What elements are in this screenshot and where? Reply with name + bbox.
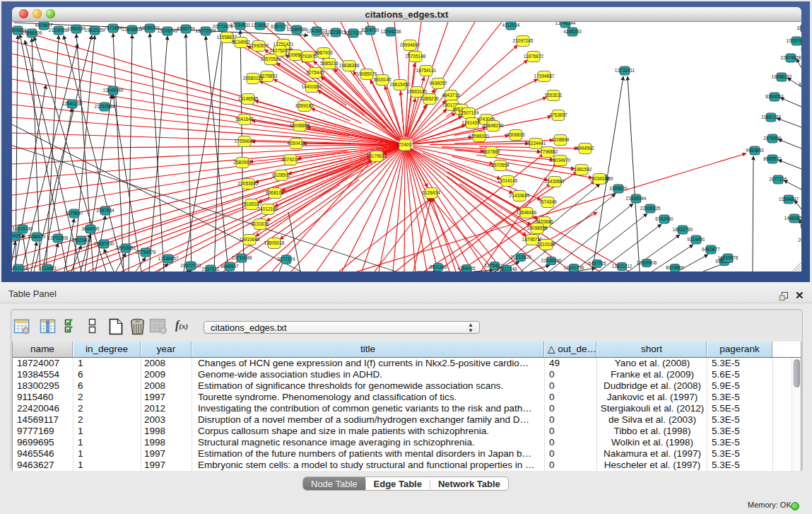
svg-text:10710248: 10710248 bbox=[232, 255, 252, 260]
svg-text:8811165: 8811165 bbox=[430, 264, 447, 269]
svg-text:13134457: 13134457 bbox=[158, 256, 179, 261]
svg-text:2537611: 2537611 bbox=[202, 267, 220, 271]
svg-text:17956909: 17956909 bbox=[22, 30, 42, 35]
svg-text:11584847: 11584847 bbox=[779, 197, 799, 201]
svg-text:9837869: 9837869 bbox=[482, 149, 500, 154]
svg-text:11558837: 11558837 bbox=[217, 35, 237, 40]
svg-text:13701506: 13701506 bbox=[48, 235, 69, 240]
svg-text:3333883: 3333883 bbox=[38, 266, 57, 271]
svg-text:19563180: 19563180 bbox=[407, 89, 428, 94]
svg-text:18754131: 18754131 bbox=[416, 68, 437, 73]
svg-text:1890399: 1890399 bbox=[67, 26, 86, 31]
svg-text:3395870: 3395870 bbox=[609, 186, 628, 191]
svg-text:13732411: 13732411 bbox=[615, 68, 635, 73]
svg-text:5641643: 5641643 bbox=[235, 117, 254, 122]
svg-text:13146585: 13146585 bbox=[238, 96, 259, 101]
svg-text:1385239: 1385239 bbox=[420, 96, 439, 101]
svg-text:4389045: 4389045 bbox=[457, 266, 476, 271]
svg-text:20031404: 20031404 bbox=[799, 238, 801, 243]
svg-text:18992829: 18992829 bbox=[12, 233, 26, 238]
svg-text:12416912: 12416912 bbox=[307, 28, 327, 33]
svg-text:20994697: 20994697 bbox=[400, 42, 420, 47]
svg-text:3220921: 3220921 bbox=[796, 25, 801, 30]
svg-text:6457765: 6457765 bbox=[588, 261, 606, 266]
svg-text:3131636: 3131636 bbox=[251, 221, 269, 226]
svg-text:16415740: 16415740 bbox=[13, 226, 33, 231]
svg-text:1724007: 1724007 bbox=[396, 142, 414, 147]
svg-text:1019189: 1019189 bbox=[537, 242, 555, 247]
svg-text:21439044: 21439044 bbox=[626, 196, 647, 201]
svg-text:8396759: 8396759 bbox=[177, 26, 195, 31]
svg-text:6368105: 6368105 bbox=[266, 190, 284, 195]
svg-text:21981592: 21981592 bbox=[572, 167, 592, 172]
svg-text:21097245: 21097245 bbox=[513, 38, 534, 43]
svg-text:13421212: 13421212 bbox=[612, 264, 632, 269]
svg-text:13910648: 13910648 bbox=[240, 237, 260, 242]
svg-text:2457954: 2457954 bbox=[96, 208, 114, 213]
svg-text:18034339: 18034339 bbox=[589, 176, 610, 181]
svg-text:1653531: 1653531 bbox=[544, 93, 563, 98]
svg-text:21012166: 21012166 bbox=[258, 206, 278, 211]
svg-text:14401657: 14401657 bbox=[302, 84, 322, 89]
svg-text:9887903: 9887903 bbox=[314, 50, 333, 55]
svg-text:8029889: 8029889 bbox=[666, 265, 684, 270]
svg-text:16510878: 16510878 bbox=[718, 255, 739, 260]
svg-text:11014145: 11014145 bbox=[498, 178, 518, 183]
svg-text:20580115: 20580115 bbox=[243, 76, 264, 81]
svg-text:8359183: 8359183 bbox=[295, 103, 314, 108]
svg-text:8134562: 8134562 bbox=[232, 40, 250, 45]
svg-text:13546466: 13546466 bbox=[517, 210, 537, 215]
svg-text:9214491: 9214491 bbox=[687, 237, 705, 242]
svg-text:18922760: 18922760 bbox=[673, 227, 693, 232]
svg-text:3644095: 3644095 bbox=[81, 226, 100, 231]
svg-text:19832259: 19832259 bbox=[85, 28, 105, 33]
svg-text:16072954: 16072954 bbox=[196, 28, 216, 33]
svg-text:12920906: 12920906 bbox=[637, 260, 657, 265]
svg-text:19688132: 19688132 bbox=[772, 74, 792, 79]
svg-text:12541238: 12541238 bbox=[62, 101, 83, 106]
svg-text:22507109: 22507109 bbox=[459, 110, 479, 115]
svg-text:3677374: 3677374 bbox=[277, 257, 295, 262]
svg-text:9275445: 9275445 bbox=[306, 70, 324, 75]
svg-text:22306335: 22306335 bbox=[640, 206, 661, 211]
svg-text:22053595: 22053595 bbox=[238, 181, 259, 186]
svg-text:18795716: 18795716 bbox=[522, 237, 543, 242]
svg-text:22093651: 22093651 bbox=[116, 245, 136, 250]
svg-text:17394887: 17394887 bbox=[534, 74, 555, 78]
svg-text:4245263: 4245263 bbox=[563, 29, 582, 34]
svg-text:13805018: 13805018 bbox=[264, 240, 285, 245]
svg-text:6742460: 6742460 bbox=[655, 216, 673, 221]
svg-text:21433649: 21433649 bbox=[510, 193, 530, 198]
svg-text:8369062: 8369062 bbox=[765, 94, 784, 99]
svg-text:13179613: 13179613 bbox=[367, 153, 387, 158]
svg-text:9875847: 9875847 bbox=[65, 211, 83, 216]
svg-text:2580963: 2580963 bbox=[233, 160, 252, 165]
svg-text:6306893: 6306893 bbox=[507, 132, 525, 137]
svg-text:16224441: 16224441 bbox=[526, 141, 546, 146]
svg-text:21754078: 21754078 bbox=[136, 250, 156, 255]
svg-text:19098556: 19098556 bbox=[527, 226, 548, 230]
svg-text:10837430: 10837430 bbox=[94, 241, 114, 246]
svg-text:5188470: 5188470 bbox=[28, 234, 46, 239]
svg-text:5685216: 5685216 bbox=[320, 61, 339, 66]
svg-text:22570529: 22570529 bbox=[261, 57, 281, 62]
svg-text:22474828: 22474828 bbox=[781, 55, 801, 60]
svg-text:17796882: 17796882 bbox=[538, 149, 558, 154]
svg-text:21200396: 21200396 bbox=[49, 28, 69, 33]
svg-text:11881122: 11881122 bbox=[761, 115, 781, 119]
svg-text:13045349: 13045349 bbox=[103, 88, 124, 93]
svg-text:7671884: 7671884 bbox=[104, 25, 122, 30]
svg-text:11876872: 11876872 bbox=[524, 54, 544, 59]
svg-text:4050413: 4050413 bbox=[287, 141, 305, 146]
svg-text:2077105: 2077105 bbox=[769, 177, 787, 182]
svg-text:15180586: 15180586 bbox=[287, 27, 307, 32]
svg-text:1218062: 1218062 bbox=[251, 23, 269, 28]
svg-text:10323815: 10323815 bbox=[326, 30, 346, 35]
svg-text:22992872: 22992872 bbox=[249, 43, 269, 48]
svg-text:1108894: 1108894 bbox=[552, 137, 570, 142]
svg-text:6128503: 6128503 bbox=[272, 173, 290, 177]
svg-text:7452134: 7452134 bbox=[12, 266, 28, 271]
svg-text:6482877: 6482877 bbox=[702, 247, 720, 252]
svg-text:7674349: 7674349 bbox=[539, 199, 557, 204]
svg-text:10334531: 10334531 bbox=[230, 23, 251, 28]
